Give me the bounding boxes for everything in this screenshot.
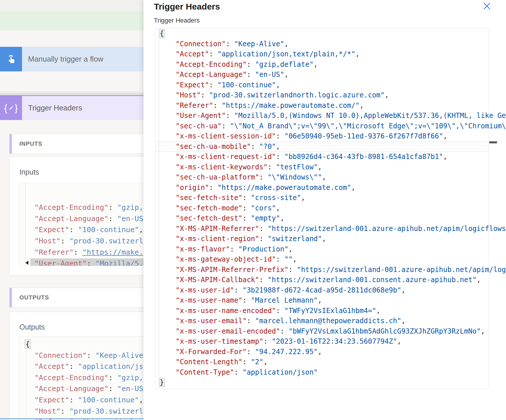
outputs-accent-bar: [10, 288, 12, 307]
power-automate-run-page: Manually trigger a flow {} Trigger Heade…: [0, 0, 506, 420]
inputs-json-lines: "Accept-Encoding": "gzip,deflate","Accep…: [34, 202, 143, 266]
panel-title: Trigger Headers: [154, 2, 220, 12]
outputs-header-label: OUTPUTS: [19, 294, 49, 301]
inputs-label: Inputs: [19, 168, 39, 176]
card-shadow: [0, 91, 143, 95]
overview-ruler-marker[interactable]: [489, 141, 497, 143]
compose-action-icon: {}: [0, 96, 22, 120]
inputs-accent-bar: [10, 134, 12, 153]
outputs-label: Outputs: [19, 323, 45, 331]
outputs-json-lines: {"Connection": "Keep-Alive","Accept": "a…: [25, 339, 143, 420]
manual-trigger-label: Manually trigger a flow: [22, 47, 143, 71]
inputs-section-header[interactable]: INPUTS: [9, 134, 143, 154]
trigger-headers-card[interactable]: {} Trigger Headers: [0, 95, 143, 120]
outputs-content-box: Outputs {"Connection": "Keep-Alive","Acc…: [9, 312, 143, 420]
trigger-headers-card-label: Trigger Headers: [22, 96, 143, 120]
pencil-icon: [8, 105, 14, 111]
manual-trigger-icon: [0, 47, 22, 71]
headers-json-lines: {"Connection": "Keep-Alive","Accept": "a…: [159, 29, 506, 388]
inputs-header-label: INPUTS: [19, 140, 42, 147]
indent-guide: [25, 183, 25, 266]
outputs-code-editor[interactable]: {"Connection": "Keep-Alive","Accept": "a…: [19, 336, 143, 420]
inputs-code-editor[interactable]: "Accept-Encoding": "gzip,deflate","Accep…: [19, 183, 143, 266]
inputs-content-box: Inputs "Accept-Encoding": "gzip,deflate"…: [9, 156, 143, 275]
flow-designer-region: Manually trigger a flow {} Trigger Heade…: [0, 0, 143, 420]
caret-marker-icon: [25, 261, 28, 265]
success-banner-band: [0, 12, 143, 30]
outputs-section-header[interactable]: OUTPUTS: [9, 288, 143, 308]
bottom-edge-line: [0, 418, 143, 419]
manual-trigger-card[interactable]: Manually trigger a flow: [0, 47, 143, 71]
trigger-headers-panel: Trigger Headers Trigger Headers {"Connec…: [143, 0, 506, 420]
close-icon[interactable]: [482, 1, 492, 11]
touch-hand-icon: [5, 53, 17, 65]
panel-subtitle: Trigger Headers: [154, 17, 200, 24]
top-toolbar-band: [0, 0, 143, 12]
